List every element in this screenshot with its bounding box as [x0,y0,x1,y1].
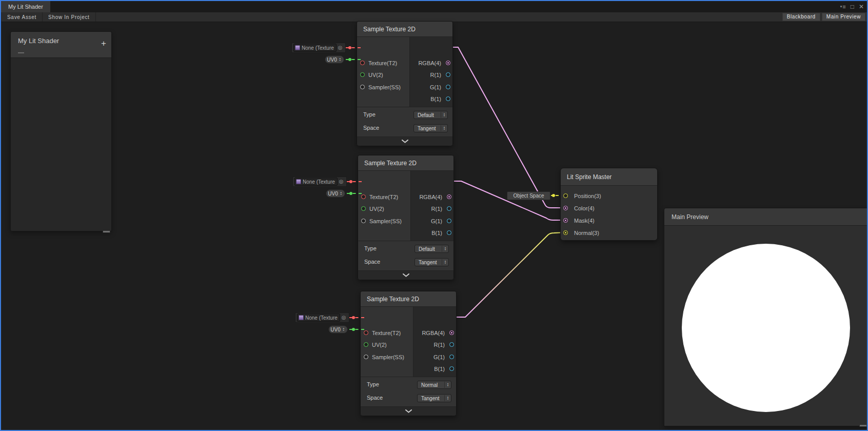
collapse-previews-button[interactable] [357,136,452,146]
type-dropdown[interactable]: Default ▲▼ [413,111,448,119]
uv-stub-dot [348,58,351,61]
collapse-previews-button[interactable] [361,406,456,416]
blackboard-panel: My Lit Shader + [10,31,112,231]
main-preview-toggle-button[interactable]: Main Preview [822,13,865,21]
uv-input-port[interactable] [360,72,365,77]
maximize-icon[interactable]: □ [851,4,854,10]
color-input-port[interactable] [563,206,568,210]
sample-texture-2d-node[interactable]: Sample Texture 2D Texture(T2) UV(2) Samp… [360,291,457,416]
save-asset-button[interactable]: Save Asset [1,12,43,22]
input-label-sampler: Sampler(SS) [369,216,402,226]
sample-texture-2d-node[interactable]: Sample Texture 2D Texture(T2) UV(2) Samp… [358,155,454,280]
g-output-port[interactable] [447,219,451,223]
uv-channel-dropdown[interactable]: UV0 ▲▼ [325,55,344,64]
output-label-b: B(1) [431,228,442,238]
texture-stub-dot [352,316,355,319]
r-output-port[interactable] [449,342,454,347]
collapse-previews-button[interactable] [358,270,453,280]
node-controls: Type Normal ▲▼ Space Tangent ▲▼ [361,377,456,406]
input-label-mask: Mask(4) [574,215,595,226]
sampler-input-port[interactable] [360,85,365,89]
window-menu-icon[interactable]: ▾≡ [840,4,846,10]
mask-input-port[interactable] [563,218,568,223]
dropdown-arrows-icon: ▲▼ [444,395,451,401]
texture-object-field[interactable]: None (Texture [293,44,337,52]
texture-object-field[interactable]: None (Texture [297,314,340,322]
uv-stub-dot [352,328,355,331]
blackboard-toggle-button[interactable]: Blackboard [782,13,820,21]
position-input-port[interactable] [563,193,568,198]
input-label-color: Color(4) [574,203,595,213]
space-dropdown[interactable]: Tangent ▲▼ [417,394,451,402]
input-label-sampler: Sampler(SS) [372,352,404,362]
space-label: Space [363,125,379,131]
lit-sprite-master-node[interactable]: Lit Sprite Master Position(3) Color(4) M… [560,168,658,241]
object-picker-icon[interactable]: ◎ [337,45,344,50]
shader-graph-window: My Lit Shader ▾≡ □ ✕ Save Asset Show In … [0,0,868,431]
b-output-port[interactable] [447,230,451,235]
dropdown-arrows-icon: ▲▼ [339,190,343,197]
edge-rgba-to-mask[interactable] [452,181,565,220]
r-output-port[interactable] [447,206,451,211]
texture-default-widget: None (Texture ◎ [292,177,347,187]
input-label-texture: Texture(T2) [369,192,398,202]
position-default-widget[interactable]: Object Space [507,191,550,200]
sampler-input-port[interactable] [364,355,368,359]
texture-stub-dot [349,180,352,183]
uv-channel-dropdown[interactable]: UV0 ▲▼ [328,325,348,334]
g-output-port[interactable] [446,85,450,89]
uv-input-port[interactable] [364,342,368,347]
node-header[interactable]: Sample Texture 2D [357,22,452,37]
texture-input-port[interactable] [364,330,368,335]
dropdown-arrows-icon: ▲▼ [342,326,346,332]
main-preview-resize-handle[interactable] [859,424,867,427]
input-label-texture: Texture(T2) [368,58,397,68]
texture-stub-dot [348,46,351,49]
node-header[interactable]: Sample Texture 2D [361,291,456,307]
tab-my-lit-shader[interactable]: My Lit Shader [1,1,50,12]
space-dropdown[interactable]: Tangent ▲▼ [413,124,448,132]
r-output-port[interactable] [446,72,450,77]
blackboard-header[interactable]: My Lit Shader + [11,32,111,58]
b-output-port[interactable] [449,366,454,371]
rgba-output-port[interactable] [449,330,454,335]
normal-input-port[interactable] [563,230,568,235]
texture-thumbnail-icon [295,45,300,50]
uv-channel-dropdown[interactable]: UV0 ▲▼ [326,189,345,198]
type-dropdown[interactable]: Default ▲▼ [415,245,449,253]
rgba-output-port[interactable] [446,61,450,65]
edge-rgba-to-normal[interactable] [455,232,565,317]
object-picker-icon[interactable]: ◎ [338,179,345,184]
b-output-port[interactable] [446,96,450,101]
output-label-r: R(1) [434,340,445,350]
rgba-output-port[interactable] [447,194,451,199]
chevron-down-icon [403,273,409,277]
node-header[interactable]: Sample Texture 2D [358,155,453,171]
texture-thumbnail-icon [299,315,304,320]
blackboard-resize-handle[interactable] [103,230,110,233]
object-picker-icon[interactable]: ◎ [340,315,347,320]
texture-thumbnail-icon [296,179,301,184]
dropdown-arrows-icon: ▲▼ [441,125,447,131]
g-output-port[interactable] [449,355,454,359]
texture-input-port[interactable] [360,61,365,65]
type-label: Type [363,111,376,117]
close-icon[interactable]: ✕ [859,4,864,10]
node-header[interactable]: Lit Sprite Master [561,168,657,186]
sampler-input-port[interactable] [361,219,366,223]
add-property-button[interactable]: + [101,39,106,48]
chevron-down-icon [402,140,408,143]
input-label-texture: Texture(T2) [372,328,401,338]
space-label: Space [367,395,383,401]
uv-input-port[interactable] [361,206,366,211]
texture-input-port[interactable] [361,194,366,199]
main-preview-header[interactable]: Main Preview [664,208,867,226]
sample-texture-2d-node[interactable]: Sample Texture 2D Texture(T2) UV(2) Samp… [357,21,453,146]
edge-rgba-to-color[interactable] [451,47,565,208]
texture-object-field[interactable]: None (Texture [294,178,338,186]
type-dropdown[interactable]: Normal ▲▼ [417,381,451,389]
show-in-project-button[interactable]: Show In Project [43,12,96,22]
node-body: Texture(T2) UV(2) Sampler(SS) RGBA(4) R(… [358,171,453,241]
space-dropdown[interactable]: Tangent ▲▼ [415,258,449,266]
shader-preview-sphere [682,244,850,412]
